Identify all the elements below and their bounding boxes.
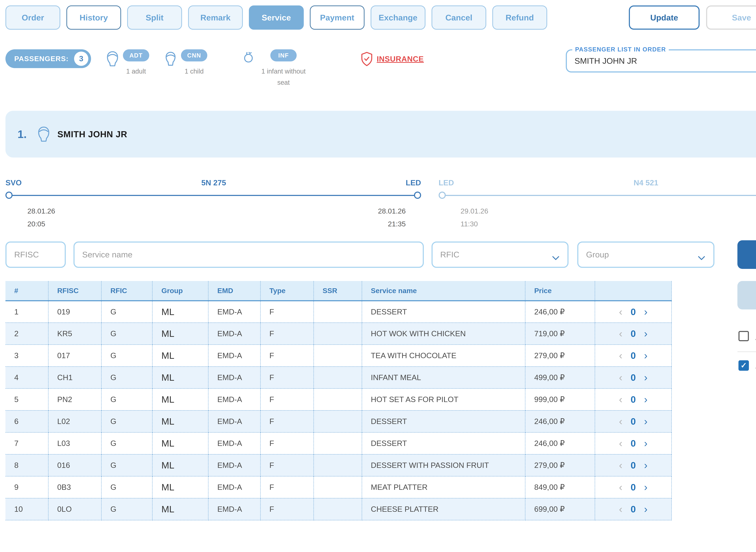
quantity-increase-button[interactable]: › xyxy=(644,415,647,427)
quantity-decrease-button[interactable]: ‹ xyxy=(619,481,622,493)
quantity-decrease-button[interactable]: ‹ xyxy=(619,372,622,384)
column-header: Group xyxy=(152,281,208,301)
quantity-increase-button[interactable]: › xyxy=(644,306,647,318)
departure-time: 11:30 xyxy=(460,218,488,231)
quantity-decrease-button[interactable]: ‹ xyxy=(619,415,622,427)
type-cell: F xyxy=(260,388,314,410)
group-cell: ML xyxy=(152,432,208,454)
type-cell: F xyxy=(260,322,314,344)
service-name-cell: DESSERT xyxy=(362,410,525,432)
rfic-cell: G xyxy=(102,432,152,454)
group-cell: ML xyxy=(152,344,208,367)
passenger-list-select[interactable]: PASSENGER LIST IN ORDER SMITH JOHN JR xyxy=(566,49,756,72)
get-services-button[interactable]: GET SERVICES xyxy=(737,240,756,269)
service-row[interactable]: 7 L03 G ML EMD-A F DESSERT 246,00 ₽ ‹ 0 xyxy=(5,432,672,454)
ssr-cell xyxy=(314,410,362,432)
quantity-increase-button[interactable]: › xyxy=(644,393,647,405)
quantity-stepper: ‹ 0 › xyxy=(595,476,672,498)
passenger-checkbox[interactable]: ✓ All selected passengers xyxy=(737,325,756,352)
row-number: 9 xyxy=(5,476,48,498)
service-row[interactable]: 5 PN2 G ML EMD-A F HOT SET AS FOR PILOT … xyxy=(5,388,672,410)
group-cell: ML xyxy=(152,322,208,344)
rfisc-cell: 0LO xyxy=(48,498,102,520)
service-row[interactable]: 6 L02 G ML EMD-A F DESSERT 246,00 ₽ ‹ 0 xyxy=(5,410,672,432)
order-tab[interactable]: Exchange xyxy=(371,5,425,30)
passenger-checkbox[interactable]: ✓ JOHN JR SMITH xyxy=(737,352,756,381)
quantity-decrease-button[interactable]: ‹ xyxy=(619,306,622,318)
page-number[interactable]: 2 xyxy=(64,530,165,552)
flight-segment-1[interactable]: SVO 5N 275 LED 28.01.2620:05 28.01.2621:… xyxy=(5,178,421,231)
row-number: 5 xyxy=(5,388,48,410)
column-header: RFIC xyxy=(102,281,152,301)
emd-cell: EMD-A xyxy=(208,301,260,322)
checkbox-label: JOHN JR SMITH xyxy=(756,360,756,373)
quantity-decrease-button[interactable]: ‹ xyxy=(619,437,622,449)
insurance-link[interactable]: INSURANCE xyxy=(361,51,424,66)
order-tab[interactable]: History xyxy=(66,5,121,30)
group-select[interactable]: Group xyxy=(577,242,714,268)
quantity-increase-button[interactable]: › xyxy=(644,503,647,515)
service-row[interactable]: 1 019 G ML EMD-A F DESSERT 246,00 ₽ ‹ 0 xyxy=(5,301,672,322)
flight-segment-2[interactable]: LED N4 521 AER 29.01.2611:30 29.01.2616:… xyxy=(439,178,756,231)
service-name-input[interactable] xyxy=(73,242,424,268)
rfic-cell: G xyxy=(102,388,152,410)
segment-origin: LED xyxy=(439,178,454,187)
quantity-increase-button[interactable]: › xyxy=(644,350,647,362)
service-row[interactable]: 3 017 G ML EMD-A F TEA WITH CHOCOLATE 27… xyxy=(5,344,672,367)
order-tab[interactable]: Split xyxy=(127,5,182,30)
ssr-cell xyxy=(314,344,362,367)
quantity-increase-button[interactable]: › xyxy=(644,481,647,493)
order-tab[interactable]: Order xyxy=(5,5,60,30)
page-number[interactable]: 13 xyxy=(543,530,644,552)
quantity-increase-button[interactable]: › xyxy=(644,437,647,449)
quantity-increase-button[interactable]: › xyxy=(644,327,647,339)
quantity-increase-button[interactable]: › xyxy=(644,372,647,384)
passenger-type-child: CNN 1 child xyxy=(163,49,207,77)
service-row[interactable]: 2 KR5 G ML EMD-A F HOT WOK WITH CHICKEN … xyxy=(5,322,672,344)
emd-cell: EMD-A xyxy=(208,476,260,498)
emd-cell: EMD-A xyxy=(208,410,260,432)
infant-icon xyxy=(241,50,255,67)
quantity-decrease-button[interactable]: ‹ xyxy=(619,350,622,362)
service-row[interactable]: 4 CH1 G ML EMD-A F INFANT MEAL 499,00 ₽ … xyxy=(5,367,672,388)
order-tab[interactable]: Refund xyxy=(492,5,547,30)
column-header: Price xyxy=(525,281,595,301)
checkbox-label: All selected passengers xyxy=(756,330,756,344)
price-cell: 849,00 ₽ xyxy=(525,476,595,498)
column-header: RFISC xyxy=(48,281,102,301)
price-cell: 246,00 ₽ xyxy=(525,410,595,432)
emd-cell: EMD-A xyxy=(208,388,260,410)
group-cell: ML xyxy=(152,410,208,432)
service-row[interactable]: 10 0LO G ML EMD-A F CHEESE PLATTER 699,0… xyxy=(5,498,672,520)
passenger-name: SMITH JOHN JR xyxy=(57,129,127,139)
order-tab[interactable]: Remark xyxy=(188,5,243,30)
services-table: #RFISCRFICGroupEMDTypeSSRService namePri… xyxy=(5,281,672,520)
order-tab[interactable]: Cancel xyxy=(431,5,487,30)
page-number[interactable]: 11 xyxy=(315,530,416,552)
quantity-stepper: ‹ 0 › xyxy=(595,301,672,322)
quantity-value: 0 xyxy=(631,306,636,317)
service-name-cell: MEAT PLATTER xyxy=(362,476,525,498)
add-services-button[interactable]: ADD SERVICES xyxy=(737,281,756,310)
ssr-cell xyxy=(314,367,362,388)
passengers-label: PASSENGERS: xyxy=(14,54,68,63)
page-number[interactable]: 12 xyxy=(429,530,530,552)
update-button[interactable]: Update xyxy=(629,5,700,30)
rfic-cell: G xyxy=(102,322,152,344)
page-number[interactable]: 3 xyxy=(179,530,280,552)
quantity-decrease-button[interactable]: ‹ xyxy=(619,459,622,471)
departure-time: 20:05 xyxy=(27,218,55,231)
rfic-select[interactable]: RFIC xyxy=(431,242,569,268)
row-number: 10 xyxy=(5,498,48,520)
rfisc-input[interactable] xyxy=(5,242,66,268)
service-row[interactable]: 8 016 G ML EMD-A F DESSERT WITH PASSION … xyxy=(5,454,672,476)
quantity-decrease-button[interactable]: ‹ xyxy=(619,327,622,339)
order-tab[interactable]: Service xyxy=(249,5,304,30)
quantity-decrease-button[interactable]: ‹ xyxy=(619,393,622,405)
order-tab[interactable]: Payment xyxy=(310,5,365,30)
quantity-increase-button[interactable]: › xyxy=(644,459,647,471)
passenger-type-infant: INF 1 infant without seat xyxy=(241,49,308,88)
save-button[interactable]: Save xyxy=(706,5,756,30)
service-row[interactable]: 9 0B3 G ML EMD-A F MEAT PLATTER 849,00 ₽… xyxy=(5,476,672,498)
quantity-decrease-button[interactable]: ‹ xyxy=(619,503,622,515)
